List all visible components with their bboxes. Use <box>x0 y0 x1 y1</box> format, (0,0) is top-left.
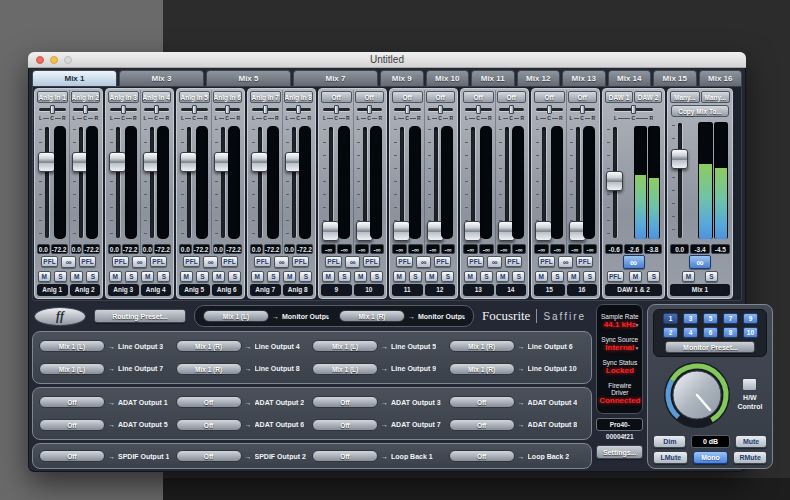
solo-button[interactable]: S <box>267 271 280 282</box>
channel-source-button[interactable]: Off <box>534 91 565 103</box>
routing-source-button[interactable]: Off <box>312 419 378 431</box>
pan-slider[interactable] <box>144 105 170 114</box>
pfl-button[interactable]: PFL <box>221 256 238 267</box>
monitor-preset-10-button[interactable]: 10 <box>743 327 758 338</box>
pan-slider[interactable] <box>536 105 563 114</box>
channel-source-button[interactable]: Anlg In 5 <box>179 91 210 103</box>
mono-button[interactable]: Mono <box>693 451 728 464</box>
channel-source-button[interactable]: Many... <box>701 91 731 103</box>
tab-mix-3[interactable]: Mix 3 <box>119 70 204 86</box>
fader-handle[interactable] <box>464 221 481 241</box>
pan-handle[interactable] <box>580 105 585 114</box>
pan-handle[interactable] <box>438 105 443 114</box>
pan-slider[interactable] <box>323 105 350 114</box>
fader-handle[interactable] <box>671 149 688 169</box>
monitor-preset-8-button[interactable]: 8 <box>723 327 738 338</box>
stereo-link-icon[interactable]: ∞ <box>416 256 431 268</box>
mute-button[interactable]: M <box>141 271 154 282</box>
fader-handle[interactable] <box>393 221 410 241</box>
pan-slider[interactable] <box>39 105 66 114</box>
dim-button[interactable]: Dim <box>653 435 686 448</box>
pfl-button[interactable]: PFL <box>41 256 58 267</box>
pan-slider[interactable] <box>499 105 525 114</box>
solo-button[interactable]: S <box>299 271 312 282</box>
solo-button[interactable]: S <box>338 271 351 282</box>
solo-button[interactable]: S <box>125 271 138 282</box>
routing-source-button[interactable]: Mix 1 (L) <box>312 363 378 375</box>
pfl-button[interactable]: PFL <box>112 256 129 267</box>
channel-source-button[interactable]: Off <box>426 91 456 103</box>
monitor-preset-9-button[interactable]: 9 <box>743 313 758 324</box>
pan-handle[interactable] <box>547 105 552 114</box>
mute-button[interactable]: M <box>354 271 367 282</box>
mute-button[interactable]: M <box>38 271 51 282</box>
pfl-button[interactable]: PFL <box>363 256 380 267</box>
channel-source-button[interactable]: Off <box>497 91 527 103</box>
routing-source-button[interactable]: Off <box>39 419 105 431</box>
routing-source-button[interactable]: Mix 1 (R) <box>176 363 242 375</box>
stereo-link-icon[interactable]: ∞ <box>274 256 289 268</box>
channel-source-button[interactable]: Off <box>321 91 352 103</box>
pan-handle[interactable] <box>121 105 126 114</box>
tab-mix-1[interactable]: Mix 1 <box>32 70 117 86</box>
pan-slider[interactable] <box>614 105 653 114</box>
fader-handle[interactable] <box>606 171 623 191</box>
routing-source-button[interactable]: Off <box>176 396 242 408</box>
channel-source-button[interactable]: DAW 2 <box>634 91 662 103</box>
pan-handle[interactable] <box>367 105 372 114</box>
fader-handle[interactable] <box>251 152 268 172</box>
pan-handle[interactable] <box>509 105 514 114</box>
mute-button[interactable]: M <box>212 271 225 282</box>
solo-button[interactable]: S <box>705 271 718 282</box>
solo-button[interactable]: S <box>441 271 454 282</box>
zoom-button[interactable] <box>64 56 72 64</box>
pan-handle[interactable] <box>476 105 481 114</box>
solo-button[interactable]: S <box>512 271 525 282</box>
fader-handle[interactable] <box>535 221 552 241</box>
pfl-button[interactable]: PFL <box>467 256 484 267</box>
minimize-button[interactable] <box>50 56 58 64</box>
solo-button[interactable]: S <box>196 271 209 282</box>
monitor-volume-knob[interactable] <box>661 360 733 430</box>
left-mute-button[interactable]: LMute <box>653 451 688 464</box>
right-mute-button[interactable]: RMute <box>733 451 768 464</box>
tab-mix-5[interactable]: Mix 5 <box>206 70 291 86</box>
solo-button[interactable]: S <box>228 271 241 282</box>
mute-button[interactable]: M <box>70 271 83 282</box>
pan-slider[interactable] <box>394 105 421 114</box>
solo-button[interactable]: S <box>480 271 493 282</box>
solo-button[interactable]: S <box>551 271 564 282</box>
monitor-preset-4-button[interactable]: 4 <box>683 327 698 338</box>
mute-button[interactable]: M <box>567 271 580 282</box>
mute-button[interactable]: M <box>109 271 122 282</box>
pfl-button[interactable]: PFL <box>79 256 96 267</box>
pan-handle[interactable] <box>225 105 230 114</box>
monitor-preset-5-button[interactable]: 5 <box>703 313 718 324</box>
pfl-button[interactable]: PFL <box>254 256 271 267</box>
channel-source-button[interactable]: Anlg In 3 <box>108 91 139 103</box>
solo-button[interactable]: S <box>409 271 422 282</box>
stereo-link-icon[interactable]: ∞ <box>689 255 711 269</box>
fader-handle[interactable] <box>109 152 126 172</box>
mute-button[interactable]: M <box>682 271 695 282</box>
pfl-button[interactable]: PFL <box>325 256 342 267</box>
solo-button[interactable]: S <box>54 271 67 282</box>
chevron-down-icon[interactable]: ▼ <box>635 345 640 351</box>
channel-source-button[interactable]: Off <box>355 91 385 103</box>
routing-source-button[interactable]: Mix 1 (L) <box>312 340 378 352</box>
channel-source-button[interactable]: Off <box>463 91 494 103</box>
pan-slider[interactable] <box>181 105 208 114</box>
routing-source-button[interactable]: Off <box>312 450 378 462</box>
pfl-button[interactable]: PFL <box>538 256 555 267</box>
channel-source-button[interactable]: Off <box>392 91 423 103</box>
channel-source-button[interactable]: Many... <box>670 91 700 103</box>
mute-button[interactable]: M <box>251 271 264 282</box>
stereo-link-icon[interactable]: ∞ <box>203 256 218 268</box>
tab-mix-14[interactable]: Mix 14 <box>608 70 652 86</box>
pan-handle[interactable] <box>334 105 339 114</box>
fader-handle[interactable] <box>322 221 339 241</box>
routing-source-button[interactable]: Mix 1 (R) <box>449 363 515 375</box>
routing-source-button[interactable]: Mix 1 (L) <box>39 363 105 375</box>
routing-source-button[interactable]: Off <box>39 450 105 462</box>
pan-handle[interactable] <box>263 105 268 114</box>
